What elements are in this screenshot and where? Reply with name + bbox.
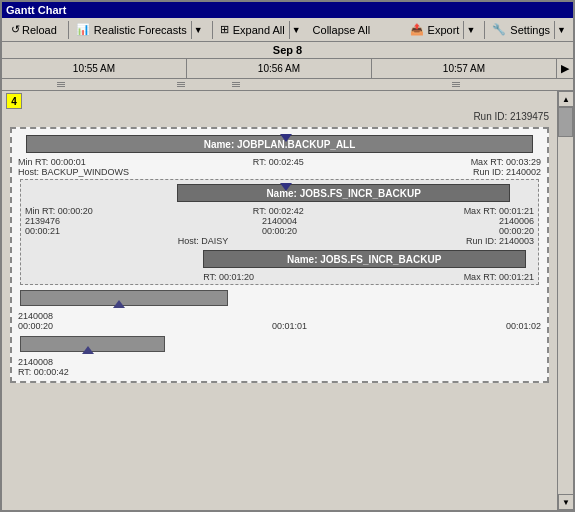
time-cell-1: 10:55 AM: [2, 59, 187, 78]
time-cell-3: 10:57 AM: [372, 59, 557, 78]
resize-handle-3[interactable]: [232, 79, 240, 91]
job-group-1: Name: JOBPLAN.BACKUP_ALL Min RT: 00:00:0…: [10, 127, 549, 383]
timeline-forward-button[interactable]: ▶: [557, 59, 573, 78]
job2-id-row: 2139476 2140004 2140006: [23, 216, 536, 226]
job-group-2: Name: JOBS.FS_INCR_BACKUP Min RT: 00:00:…: [20, 179, 539, 285]
fsincr-bar-container-1: Name: JOBS.FS_INCR_BACKUP: [23, 182, 536, 204]
job1-host-row: Host: BACKUP_WINDOWS Run ID: 2140002: [16, 167, 543, 177]
separator-3: [484, 21, 485, 39]
date-header: Sep 8: [2, 42, 573, 59]
badge: 4: [6, 93, 22, 109]
resize-handle-1[interactable]: [57, 79, 65, 91]
time-header: 10:55 AM 10:56 AM 10:57 AM ▶: [2, 59, 573, 79]
chart-icon: 📊: [76, 23, 90, 36]
separator-2: [212, 21, 213, 39]
window-title: Gantt Chart: [6, 4, 67, 16]
sub-id-row-2: 2140008: [16, 357, 543, 367]
scroll-container: 4 Run ID: 2139475 Name: JOBPLAN.BACKUP_A…: [2, 91, 573, 510]
job3-time-row: RT: 00:01:20 Max RT: 00:01:21: [23, 272, 536, 282]
title-bar: Gantt Chart: [2, 2, 573, 18]
job3-host-run-row: Host: DAISY Run ID: 2140003: [23, 236, 536, 246]
reload-icon: ↺: [11, 23, 20, 36]
sub-bar-row-1: [20, 287, 539, 309]
sub-time-row-1: 00:00:20 00:01:01 00:01:02: [16, 321, 543, 331]
down-triangle-1: [113, 300, 125, 308]
chevron-down-icon-3: ▼: [463, 21, 477, 39]
triangle-marker-1: [280, 134, 292, 142]
down-triangle-2: [82, 346, 94, 354]
chevron-down-icon-4: ▼: [554, 21, 568, 39]
gantt-content: 4 Run ID: 2139475 Name: JOBPLAN.BACKUP_A…: [2, 91, 557, 510]
time-cell-2: 10:56 AM: [187, 59, 372, 78]
reload-button[interactable]: ↺ Reload: [6, 20, 62, 40]
resize-handle-2[interactable]: [177, 79, 185, 91]
job2-time-row: 00:00:21 00:00:20 00:00:20: [23, 226, 536, 236]
job1-info-row: Min RT: 00:00:01 RT: 00:02:45 Max RT: 00…: [16, 157, 543, 167]
settings-dropdown[interactable]: 🔧 Settings ▼: [491, 20, 569, 40]
resize-handle-4[interactable]: [452, 79, 460, 91]
fsincr-bar-2: Name: JOBS.FS_INCR_BACKUP: [203, 250, 526, 268]
gantt-main-area: Sep 8 10:55 AM 10:56 AM 10:57 AM ▶: [2, 42, 573, 510]
toolbar: ↺ Reload 📊 Realistic Forecasts ▼ ⊞ Expan…: [2, 18, 573, 42]
export-icon: 📤: [410, 23, 424, 36]
collapse-all-button[interactable]: Collapse All: [308, 20, 375, 40]
scroll-down-button[interactable]: ▼: [558, 494, 573, 510]
jobplan-bar-container: Name: JOBPLAN.BACKUP_ALL: [16, 133, 543, 155]
expand-icon: ⊞: [220, 23, 229, 36]
resize-handles-row: [2, 79, 573, 91]
triangle-marker-2: [280, 183, 292, 191]
realistic-forecasts-dropdown[interactable]: 📊 Realistic Forecasts ▼: [75, 20, 206, 40]
separator-1: [68, 21, 69, 39]
scroll-up-button[interactable]: ▲: [558, 91, 573, 107]
fsincr-bar-1: Name: JOBS.FS_INCR_BACKUP: [177, 184, 510, 202]
vertical-scrollbar: ▲ ▼: [557, 91, 573, 510]
chevron-down-icon-2: ▼: [289, 21, 303, 39]
sub-bar-row-2: [20, 333, 539, 355]
job2-info-row: Min RT: 00:00:20 RT: 00:02:42 Max RT: 00…: [23, 206, 536, 216]
run-id-label-1: Run ID: 2139475: [2, 109, 557, 123]
scroll-track[interactable]: [558, 107, 573, 494]
gantt-chart-window: Gantt Chart ↺ Reload 📊 Realistic Forecas…: [0, 0, 575, 512]
scroll-thumb[interactable]: [558, 107, 573, 137]
sub-time-row-2: RT: 00:00:42: [16, 367, 543, 377]
sub-id-row-1: 2140008: [16, 311, 543, 321]
export-dropdown[interactable]: 📤 Export ▼: [409, 20, 479, 40]
chevron-down-icon: ▼: [191, 21, 205, 39]
expand-collapse-dropdown[interactable]: ⊞ Expand All ▼: [219, 20, 304, 40]
fsincr-bar-container-2: Name: JOBS.FS_INCR_BACKUP: [23, 248, 536, 270]
settings-icon: 🔧: [492, 23, 506, 36]
